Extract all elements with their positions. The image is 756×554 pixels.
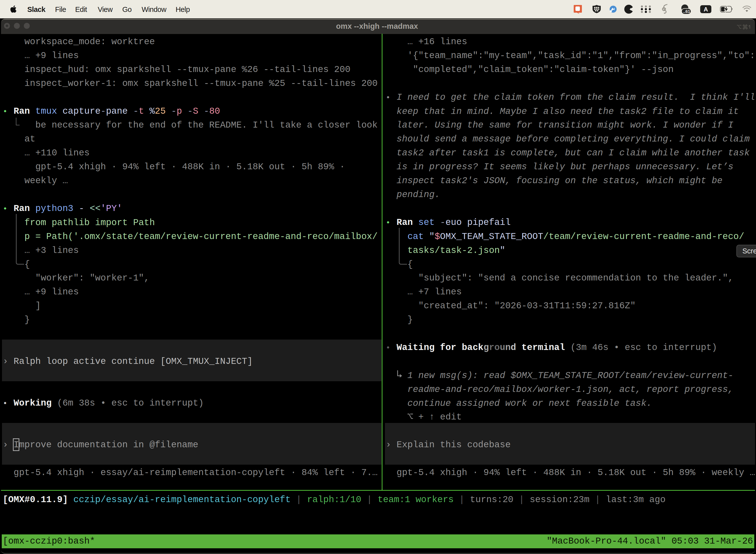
svg-text:A: A [704, 6, 708, 13]
svg-text:..61: ..61 [683, 9, 690, 14]
